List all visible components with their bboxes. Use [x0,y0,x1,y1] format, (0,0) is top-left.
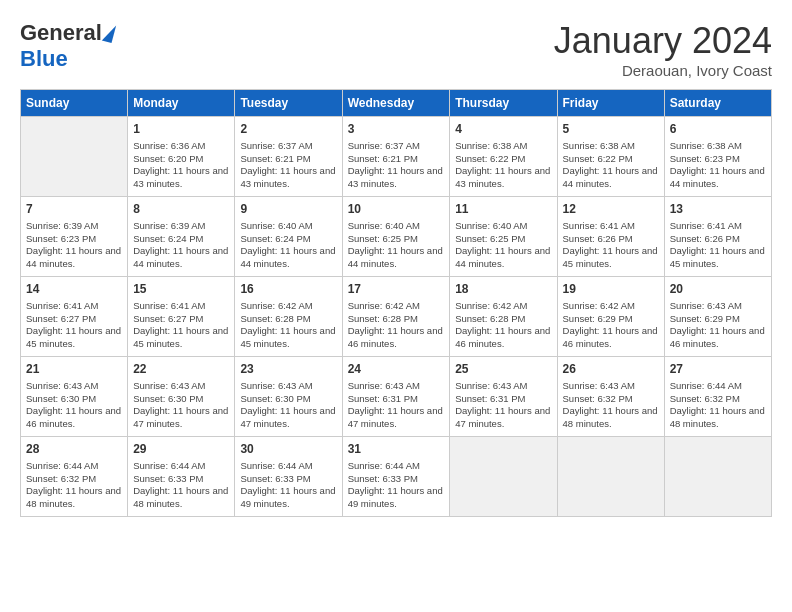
sunset-text: Sunset: 6:30 PM [26,393,122,406]
calendar-cell: 31Sunrise: 6:44 AMSunset: 6:33 PMDayligh… [342,437,450,517]
logo-blue-text: Blue [20,46,68,72]
sunrise-text: Sunrise: 6:43 AM [240,380,336,393]
day-info: Sunrise: 6:44 AMSunset: 6:32 PMDaylight:… [26,460,122,511]
calendar-cell: 1Sunrise: 6:36 AMSunset: 6:20 PMDaylight… [128,117,235,197]
sunset-text: Sunset: 6:28 PM [455,313,551,326]
sunset-text: Sunset: 6:22 PM [563,153,659,166]
calendar-cell: 23Sunrise: 6:43 AMSunset: 6:30 PMDayligh… [235,357,342,437]
day-info: Sunrise: 6:43 AMSunset: 6:32 PMDaylight:… [563,380,659,431]
calendar-cell: 28Sunrise: 6:44 AMSunset: 6:32 PMDayligh… [21,437,128,517]
day-number: 9 [240,201,336,218]
calendar-cell: 24Sunrise: 6:43 AMSunset: 6:31 PMDayligh… [342,357,450,437]
day-number: 28 [26,441,122,458]
sunset-text: Sunset: 6:25 PM [455,233,551,246]
day-info: Sunrise: 6:41 AMSunset: 6:27 PMDaylight:… [133,300,229,351]
sunset-text: Sunset: 6:26 PM [563,233,659,246]
calendar-cell: 5Sunrise: 6:38 AMSunset: 6:22 PMDaylight… [557,117,664,197]
daylight-text: Daylight: 11 hours and 44 minutes. [348,245,445,271]
sunset-text: Sunset: 6:21 PM [240,153,336,166]
day-info: Sunrise: 6:41 AMSunset: 6:26 PMDaylight:… [563,220,659,271]
day-info: Sunrise: 6:38 AMSunset: 6:22 PMDaylight:… [563,140,659,191]
day-info: Sunrise: 6:44 AMSunset: 6:33 PMDaylight:… [348,460,445,511]
page-header: General Blue January 2024 Deraouan, Ivor… [20,20,772,79]
day-number: 19 [563,281,659,298]
day-number: 30 [240,441,336,458]
day-info: Sunrise: 6:43 AMSunset: 6:30 PMDaylight:… [240,380,336,431]
day-info: Sunrise: 6:39 AMSunset: 6:23 PMDaylight:… [26,220,122,271]
sunrise-text: Sunrise: 6:41 AM [563,220,659,233]
daylight-text: Daylight: 11 hours and 46 minutes. [563,325,659,351]
sunrise-text: Sunrise: 6:38 AM [563,140,659,153]
daylight-text: Daylight: 11 hours and 45 minutes. [563,245,659,271]
sunset-text: Sunset: 6:27 PM [133,313,229,326]
day-info: Sunrise: 6:42 AMSunset: 6:29 PMDaylight:… [563,300,659,351]
sunset-text: Sunset: 6:33 PM [133,473,229,486]
logo-general-text: General [20,20,102,46]
sunrise-text: Sunrise: 6:43 AM [670,300,766,313]
day-of-week-header: Wednesday [342,90,450,117]
sunrise-text: Sunrise: 6:41 AM [26,300,122,313]
sunset-text: Sunset: 6:33 PM [348,473,445,486]
daylight-text: Daylight: 11 hours and 47 minutes. [455,405,551,431]
day-of-week-header: Thursday [450,90,557,117]
calendar-cell: 25Sunrise: 6:43 AMSunset: 6:31 PMDayligh… [450,357,557,437]
calendar-week-row: 14Sunrise: 6:41 AMSunset: 6:27 PMDayligh… [21,277,772,357]
daylight-text: Daylight: 11 hours and 44 minutes. [240,245,336,271]
month-title: January 2024 [554,20,772,62]
sunrise-text: Sunrise: 6:41 AM [133,300,229,313]
sunset-text: Sunset: 6:26 PM [670,233,766,246]
title-block: January 2024 Deraouan, Ivory Coast [554,20,772,79]
location-subtitle: Deraouan, Ivory Coast [554,62,772,79]
daylight-text: Daylight: 11 hours and 43 minutes. [240,165,336,191]
day-number: 7 [26,201,122,218]
day-info: Sunrise: 6:42 AMSunset: 6:28 PMDaylight:… [455,300,551,351]
day-of-week-header: Sunday [21,90,128,117]
calendar-cell: 6Sunrise: 6:38 AMSunset: 6:23 PMDaylight… [664,117,771,197]
sunrise-text: Sunrise: 6:40 AM [348,220,445,233]
day-number: 6 [670,121,766,138]
day-of-week-header: Monday [128,90,235,117]
day-number: 26 [563,361,659,378]
daylight-text: Daylight: 11 hours and 46 minutes. [670,325,766,351]
day-info: Sunrise: 6:41 AMSunset: 6:26 PMDaylight:… [670,220,766,271]
sunset-text: Sunset: 6:23 PM [26,233,122,246]
day-info: Sunrise: 6:38 AMSunset: 6:23 PMDaylight:… [670,140,766,191]
day-number: 13 [670,201,766,218]
sunrise-text: Sunrise: 6:39 AM [26,220,122,233]
calendar-cell: 4Sunrise: 6:38 AMSunset: 6:22 PMDaylight… [450,117,557,197]
daylight-text: Daylight: 11 hours and 46 minutes. [26,405,122,431]
daylight-text: Daylight: 11 hours and 45 minutes. [26,325,122,351]
day-number: 21 [26,361,122,378]
day-number: 20 [670,281,766,298]
day-info: Sunrise: 6:41 AMSunset: 6:27 PMDaylight:… [26,300,122,351]
sunset-text: Sunset: 6:30 PM [240,393,336,406]
calendar-week-row: 28Sunrise: 6:44 AMSunset: 6:32 PMDayligh… [21,437,772,517]
daylight-text: Daylight: 11 hours and 43 minutes. [455,165,551,191]
daylight-text: Daylight: 11 hours and 44 minutes. [26,245,122,271]
calendar-cell: 30Sunrise: 6:44 AMSunset: 6:33 PMDayligh… [235,437,342,517]
day-of-week-header: Saturday [664,90,771,117]
calendar-cell: 2Sunrise: 6:37 AMSunset: 6:21 PMDaylight… [235,117,342,197]
sunrise-text: Sunrise: 6:42 AM [563,300,659,313]
calendar-cell [21,117,128,197]
sunrise-text: Sunrise: 6:39 AM [133,220,229,233]
sunrise-text: Sunrise: 6:43 AM [563,380,659,393]
daylight-text: Daylight: 11 hours and 43 minutes. [133,165,229,191]
sunrise-text: Sunrise: 6:43 AM [26,380,122,393]
sunset-text: Sunset: 6:33 PM [240,473,336,486]
day-info: Sunrise: 6:36 AMSunset: 6:20 PMDaylight:… [133,140,229,191]
sunrise-text: Sunrise: 6:37 AM [348,140,445,153]
day-info: Sunrise: 6:38 AMSunset: 6:22 PMDaylight:… [455,140,551,191]
sunrise-text: Sunrise: 6:44 AM [240,460,336,473]
daylight-text: Daylight: 11 hours and 44 minutes. [563,165,659,191]
daylight-text: Daylight: 11 hours and 47 minutes. [133,405,229,431]
day-info: Sunrise: 6:43 AMSunset: 6:31 PMDaylight:… [455,380,551,431]
day-number: 22 [133,361,229,378]
sunset-text: Sunset: 6:25 PM [348,233,445,246]
daylight-text: Daylight: 11 hours and 45 minutes. [133,325,229,351]
day-number: 12 [563,201,659,218]
sunset-text: Sunset: 6:31 PM [348,393,445,406]
sunrise-text: Sunrise: 6:40 AM [455,220,551,233]
sunrise-text: Sunrise: 6:43 AM [133,380,229,393]
daylight-text: Daylight: 11 hours and 48 minutes. [670,405,766,431]
